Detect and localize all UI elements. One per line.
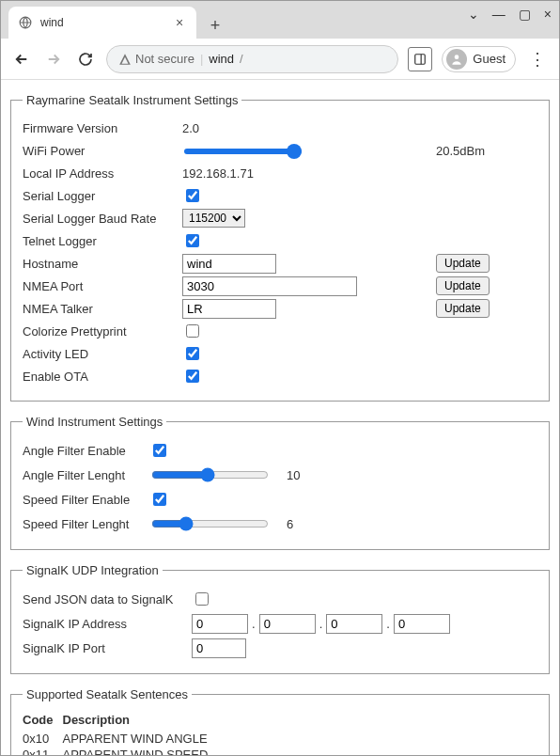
maximize-icon[interactable]: ▢ xyxy=(519,7,531,22)
speed-filter-length-value: 6 xyxy=(287,517,319,531)
wifi-power-slider[interactable] xyxy=(184,149,302,154)
signalk-ip-octet-1[interactable] xyxy=(192,614,248,634)
enable-ota-label: Enable OTA xyxy=(23,370,182,384)
not-secure-warning: Not secure xyxy=(118,52,194,66)
close-icon[interactable]: × xyxy=(172,15,187,30)
signalk-legend: SignalK UDP Integration xyxy=(23,563,163,577)
profile-button[interactable]: Guest xyxy=(442,46,516,72)
address-bar[interactable]: Not secure | wind/ xyxy=(106,45,398,73)
sentences-table: Code Description 0x10 APPARENT WIND ANGL… xyxy=(23,711,217,755)
nmea-talker-label: NMEA Talker xyxy=(23,302,182,316)
table-row: 0x11 APPARENT WIND SPEED xyxy=(23,747,217,755)
send-json-checkbox[interactable] xyxy=(195,592,209,606)
angle-filter-length-slider[interactable] xyxy=(151,467,269,482)
reload-button[interactable] xyxy=(74,48,97,71)
wind-settings: Wind Instrument Settings Angle Filter En… xyxy=(10,415,550,550)
angle-filter-length-label: Angle Filter Lenght xyxy=(23,468,149,482)
new-tab-button[interactable]: + xyxy=(202,12,228,39)
url-host: wind xyxy=(209,52,234,66)
telnet-logger-label: Telnet Logger xyxy=(23,234,182,248)
nmea-port-input[interactable] xyxy=(182,276,357,296)
speed-filter-length-slider[interactable] xyxy=(151,516,269,531)
seatalk-settings: Raymarine Seatalk Instrument Settings Fi… xyxy=(10,93,550,402)
signalk-port-label: SignalK IP Port xyxy=(23,641,192,655)
avatar-icon xyxy=(446,49,467,70)
wifi-power-value: 20.5dBm xyxy=(436,144,537,158)
speed-filter-length-label: Speed Filter Lenght xyxy=(23,517,149,531)
tab-title: wind xyxy=(40,16,164,29)
hostname-label: Hostname xyxy=(23,257,182,271)
colorize-label: Colorize Prettyprint xyxy=(23,324,182,339)
menu-button[interactable]: ⋮ xyxy=(525,45,550,73)
table-row: 0x10 APPARENT WIND ANGLE xyxy=(23,731,217,747)
browser-toolbar: Not secure | wind/ Guest ⋮ xyxy=(1,39,559,80)
signalk-ip-octet-2[interactable] xyxy=(259,614,316,634)
local-ip-value: 192.168.1.71 xyxy=(182,166,370,181)
speed-filter-enable-checkbox[interactable] xyxy=(153,493,166,506)
wifi-power-label: WiFi Power xyxy=(23,144,182,158)
chevron-down-icon[interactable]: ⌄ xyxy=(468,7,479,22)
local-ip-label: Local IP Address xyxy=(23,166,182,181)
telnet-logger-checkbox[interactable] xyxy=(186,234,199,247)
angle-filter-enable-label: Angle Filter Enable xyxy=(23,444,149,458)
nmea-port-label: NMEA Port xyxy=(23,279,182,293)
colorize-checkbox[interactable] xyxy=(186,324,199,338)
serial-logger-checkbox[interactable] xyxy=(186,189,199,202)
nmea-talker-input[interactable] xyxy=(182,299,276,319)
url-path: / xyxy=(240,52,243,66)
hostname-input[interactable] xyxy=(182,254,276,274)
side-panel-button[interactable] xyxy=(408,47,432,71)
firmware-version-value: 2.0 xyxy=(182,121,370,135)
signalk-ip-octet-3[interactable] xyxy=(326,614,382,634)
signalk-ip-octet-4[interactable] xyxy=(394,614,450,634)
svg-rect-1 xyxy=(415,54,426,64)
send-json-label: Send JSON data to SignalK xyxy=(23,592,192,606)
serial-baud-label: Serial Logger Baud Rate xyxy=(23,212,182,226)
profile-label: Guest xyxy=(473,52,506,66)
browser-tab-bar: wind × + ⌄ — ▢ × xyxy=(1,1,559,39)
browser-tab[interactable]: wind × xyxy=(8,7,196,39)
separator: | xyxy=(200,52,203,66)
signalk-settings: SignalK UDP Integration Send JSON data t… xyxy=(10,563,550,674)
activity-led-checkbox[interactable] xyxy=(186,347,199,360)
enable-ota-checkbox[interactable] xyxy=(186,370,199,383)
activity-led-label: Activity LED xyxy=(23,347,182,361)
wind-legend: Wind Instrument Settings xyxy=(23,415,166,429)
supported-sentences: Supported Seatalk Sentences Code Descrip… xyxy=(10,687,550,755)
security-label: Not secure xyxy=(135,52,194,66)
signalk-ip-label: SignalK IP Address xyxy=(23,617,192,631)
svg-point-3 xyxy=(455,55,459,59)
firmware-version-label: Firmware Version xyxy=(23,121,182,135)
sentences-legend: Supported Seatalk Sentences xyxy=(23,687,192,701)
globe-icon xyxy=(18,15,33,30)
page-content: Raymarine Seatalk Instrument Settings Fi… xyxy=(1,80,559,755)
forward-button[interactable] xyxy=(42,48,65,71)
signalk-port-input[interactable] xyxy=(192,638,246,658)
back-button[interactable] xyxy=(10,48,33,71)
window-close-icon[interactable]: × xyxy=(544,7,552,22)
speed-filter-enable-label: Speed Filter Enable xyxy=(23,493,149,507)
seatalk-legend: Raymarine Seatalk Instrument Settings xyxy=(23,93,241,107)
serial-logger-label: Serial Logger xyxy=(23,189,182,203)
angle-filter-enable-checkbox[interactable] xyxy=(153,444,166,457)
nmea-port-update-button[interactable]: Update xyxy=(436,276,490,295)
col-description: Description xyxy=(63,711,218,731)
serial-baud-select[interactable]: 115200 xyxy=(182,209,245,228)
nmea-talker-update-button[interactable]: Update xyxy=(436,299,490,318)
minimize-icon[interactable]: — xyxy=(492,7,506,22)
col-code: Code xyxy=(23,711,63,731)
hostname-update-button[interactable]: Update xyxy=(436,254,490,273)
angle-filter-length-value: 10 xyxy=(287,468,319,482)
